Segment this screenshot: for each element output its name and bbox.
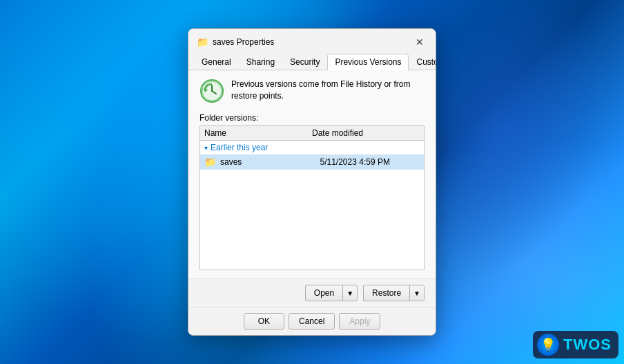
tab-previous-versions[interactable]: Previous Versions bbox=[327, 54, 409, 70]
restore-split-button: Restore ▼ bbox=[363, 285, 425, 301]
info-text: Previous versions come from File History… bbox=[231, 79, 425, 102]
dialog-overlay: 📁 saves Properties ✕ General Sharing Sec… bbox=[0, 0, 624, 364]
info-box: Previous versions come from File History… bbox=[199, 79, 425, 103]
tab-security[interactable]: Security bbox=[282, 54, 327, 70]
chevron-icon: ▾ bbox=[204, 144, 208, 152]
table-header: Name Date modified bbox=[200, 126, 424, 141]
open-button[interactable]: Open bbox=[305, 285, 342, 301]
table-row[interactable]: 📁 saves 5/11/2023 4:59 PM bbox=[200, 154, 424, 170]
restore-dropdown-button[interactable]: ▼ bbox=[409, 285, 425, 301]
ok-button[interactable]: OK bbox=[244, 313, 284, 330]
tab-customize[interactable]: Customize bbox=[409, 54, 436, 70]
title-bar: 📁 saves Properties ✕ bbox=[188, 29, 436, 50]
tab-general[interactable]: General bbox=[194, 54, 239, 70]
bottom-buttons: OK Cancel Apply bbox=[188, 307, 436, 335]
row-date: 5/11/2023 4:59 PM bbox=[320, 157, 420, 167]
group-header[interactable]: ▾ Earlier this year bbox=[200, 141, 424, 154]
open-split-button: Open ▼ bbox=[305, 285, 358, 301]
restore-button[interactable]: Restore bbox=[363, 285, 409, 301]
clock-icon bbox=[199, 79, 224, 103]
cancel-button[interactable]: Cancel bbox=[289, 313, 335, 330]
open-dropdown-button[interactable]: ▼ bbox=[342, 285, 358, 301]
row-folder-icon: 📁 bbox=[204, 156, 216, 168]
apply-button[interactable]: Apply bbox=[339, 313, 380, 330]
versions-table: Name Date modified ▾ Earlier this year 📁… bbox=[199, 125, 425, 270]
dialog-content: Previous versions come from File History… bbox=[188, 70, 436, 279]
saves-properties-dialog: 📁 saves Properties ✕ General Sharing Sec… bbox=[188, 28, 436, 336]
col-name-header: Name bbox=[204, 128, 312, 138]
folder-icon: 📁 bbox=[197, 37, 208, 48]
tabs-bar: General Sharing Security Previous Versio… bbox=[188, 50, 436, 70]
row-name: saves bbox=[220, 157, 320, 167]
close-button[interactable]: ✕ bbox=[412, 34, 427, 50]
section-label: Folder versions: bbox=[199, 113, 425, 123]
col-date-header: Date modified bbox=[312, 128, 420, 138]
title-bar-left: 📁 saves Properties bbox=[197, 37, 274, 48]
action-buttons: Open ▼ Restore ▼ bbox=[188, 279, 436, 307]
group-label: Earlier this year bbox=[211, 143, 268, 152]
dialog-title: saves Properties bbox=[213, 37, 274, 47]
tab-sharing[interactable]: Sharing bbox=[239, 54, 282, 70]
